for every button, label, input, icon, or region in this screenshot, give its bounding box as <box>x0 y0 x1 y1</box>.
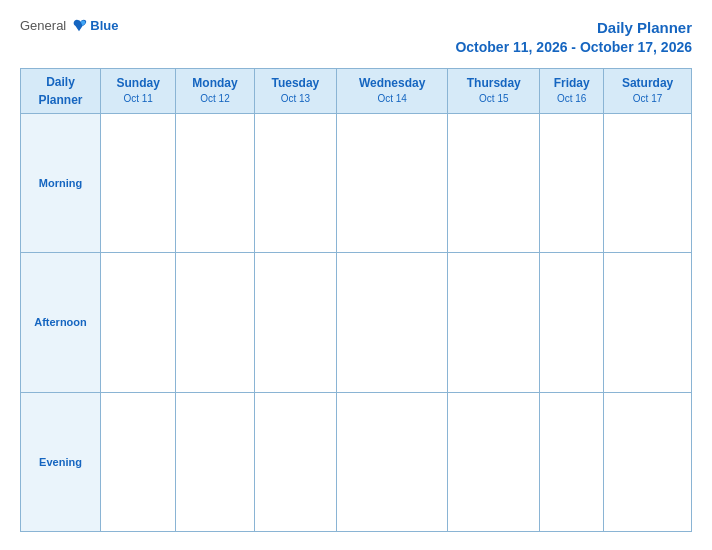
logo-bird-icon <box>70 19 88 33</box>
morning-sunday[interactable] <box>101 113 176 252</box>
row-label-morning: Morning <box>21 113 101 252</box>
col-header-daily-planner: Daily Planner <box>21 68 101 113</box>
col-header-wednesday: Wednesday Oct 14 <box>336 68 447 113</box>
evening-wednesday[interactable] <box>336 392 447 531</box>
afternoon-tuesday[interactable] <box>254 253 336 392</box>
evening-thursday[interactable] <box>448 392 540 531</box>
calendar-table: Daily Planner Sunday Oct 11 Monday Oct 1… <box>20 68 692 532</box>
morning-row: Morning <box>21 113 692 252</box>
evening-sunday[interactable] <box>101 392 176 531</box>
evening-row: Evening <box>21 392 692 531</box>
logo: General Blue <box>20 18 118 33</box>
col-header-friday: Friday Oct 16 <box>540 68 604 113</box>
morning-friday[interactable] <box>540 113 604 252</box>
afternoon-row: Afternoon <box>21 253 692 392</box>
col-header-sunday: Sunday Oct 11 <box>101 68 176 113</box>
row-label-evening: Evening <box>21 392 101 531</box>
afternoon-saturday[interactable] <box>604 253 692 392</box>
evening-tuesday[interactable] <box>254 392 336 531</box>
logo-general-text: General <box>20 18 66 33</box>
afternoon-sunday[interactable] <box>101 253 176 392</box>
page-header: General Blue Daily Planner October 11, 2… <box>20 18 692 56</box>
morning-tuesday[interactable] <box>254 113 336 252</box>
morning-monday[interactable] <box>176 113 254 252</box>
logo-blue-text: Blue <box>90 18 118 33</box>
evening-friday[interactable] <box>540 392 604 531</box>
morning-saturday[interactable] <box>604 113 692 252</box>
morning-wednesday[interactable] <box>336 113 447 252</box>
morning-thursday[interactable] <box>448 113 540 252</box>
afternoon-monday[interactable] <box>176 253 254 392</box>
col-header-tuesday: Tuesday Oct 13 <box>254 68 336 113</box>
col-header-monday: Monday Oct 12 <box>176 68 254 113</box>
header-row: Daily Planner Sunday Oct 11 Monday Oct 1… <box>21 68 692 113</box>
afternoon-wednesday[interactable] <box>336 253 447 392</box>
title-area: Daily Planner October 11, 2026 - October… <box>455 18 692 56</box>
logo-area: General Blue <box>20 18 118 33</box>
row-label-afternoon: Afternoon <box>21 253 101 392</box>
date-range: October 11, 2026 - October 17, 2026 <box>455 38 692 56</box>
evening-monday[interactable] <box>176 392 254 531</box>
col-header-thursday: Thursday Oct 15 <box>448 68 540 113</box>
evening-saturday[interactable] <box>604 392 692 531</box>
col-header-saturday: Saturday Oct 17 <box>604 68 692 113</box>
afternoon-friday[interactable] <box>540 253 604 392</box>
page-title: Daily Planner <box>455 18 692 38</box>
afternoon-thursday[interactable] <box>448 253 540 392</box>
